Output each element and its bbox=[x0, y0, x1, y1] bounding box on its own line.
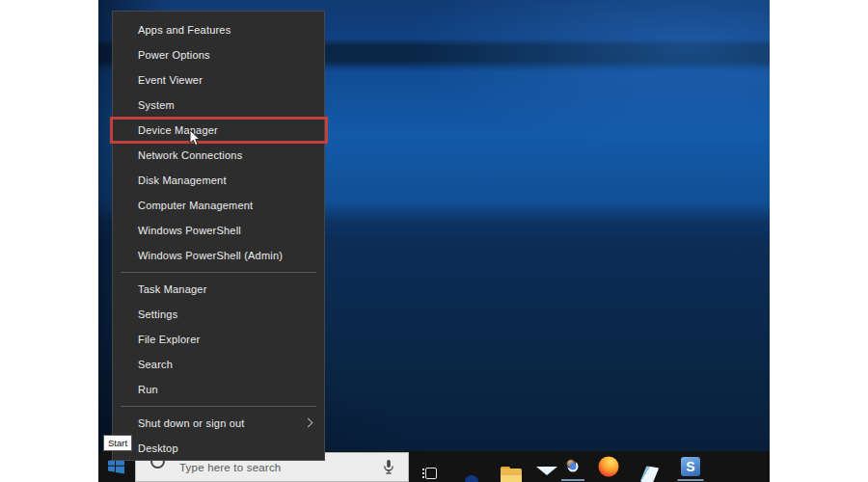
menu-item-settings[interactable]: Settings bbox=[113, 302, 324, 327]
menu-item-file-explorer[interactable]: File Explorer bbox=[113, 327, 324, 352]
submenu-chevron-icon bbox=[304, 418, 313, 428]
menu-item-search[interactable]: Search bbox=[113, 352, 324, 377]
menu-item-shut-down-label: Shut down or sign out bbox=[138, 417, 245, 429]
menu-item-run[interactable]: Run bbox=[113, 377, 324, 402]
chrome-profile-badge bbox=[566, 459, 576, 469]
notepad-icon bbox=[640, 466, 659, 482]
menu-item-task-manager[interactable]: Task Manager bbox=[113, 277, 324, 302]
screenshot-canvas: Type here to search bbox=[0, 0, 868, 482]
file-explorer-button[interactable] bbox=[485, 451, 516, 482]
menu-item-power-options[interactable]: Power Options bbox=[113, 42, 324, 67]
microphone-icon[interactable] bbox=[381, 459, 396, 476]
firefox-button[interactable] bbox=[593, 451, 624, 482]
task-view-button[interactable] bbox=[410, 451, 441, 482]
menu-item-device-manager[interactable]: Device Manager bbox=[113, 118, 324, 143]
menu-item-shut-down-or-sign-out[interactable]: Shut down or sign out bbox=[113, 411, 324, 436]
mail-button[interactable] bbox=[521, 451, 552, 482]
edge-button[interactable] bbox=[448, 451, 479, 482]
mouse-cursor bbox=[189, 129, 201, 147]
menu-item-windows-powershell-admin[interactable]: Windows PowerShell (Admin) bbox=[113, 243, 324, 268]
snagit-running-indicator bbox=[678, 479, 704, 481]
context-menu: Apps and Features Power Options Event Vi… bbox=[112, 11, 325, 461]
menu-item-computer-management[interactable]: Computer Management bbox=[113, 193, 324, 218]
menu-separator bbox=[121, 406, 316, 407]
menu-item-system[interactable]: System bbox=[113, 93, 324, 118]
menu-item-desktop[interactable]: Desktop bbox=[113, 436, 324, 461]
chrome-button[interactable] bbox=[557, 451, 588, 482]
snagit-button[interactable]: S bbox=[675, 451, 706, 482]
menu-item-network-connections[interactable]: Network Connections bbox=[113, 143, 324, 168]
menu-separator bbox=[121, 272, 316, 273]
start-tooltip: Start bbox=[103, 435, 132, 451]
chrome-running-indicator bbox=[561, 479, 584, 481]
menu-item-disk-management[interactable]: Disk Management bbox=[113, 168, 324, 193]
desktop-wallpaper: Type here to search bbox=[98, 0, 770, 482]
firefox-icon bbox=[599, 457, 619, 477]
menu-item-device-manager-label: Device Manager bbox=[138, 124, 218, 136]
snagit-icon: S bbox=[681, 457, 700, 476]
menu-item-event-viewer[interactable]: Event Viewer bbox=[113, 67, 324, 93]
menu-item-windows-powershell[interactable]: Windows PowerShell bbox=[113, 218, 324, 243]
notepad-button[interactable] bbox=[628, 451, 659, 482]
menu-item-apps-and-features[interactable]: Apps and Features bbox=[113, 17, 324, 42]
